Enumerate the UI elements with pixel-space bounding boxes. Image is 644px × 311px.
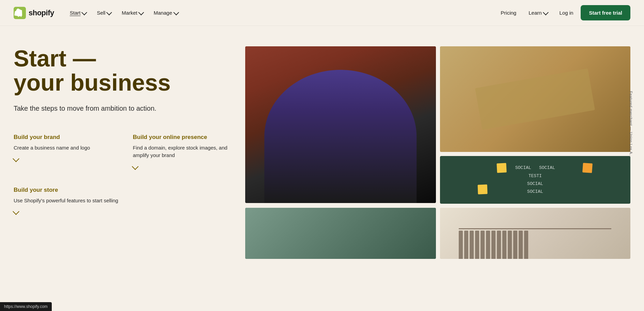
feature-presence-title[interactable]: Build your online presence <box>133 134 232 141</box>
nav-item-start[interactable]: Start <box>65 7 91 18</box>
chevron-down-icon <box>173 10 179 15</box>
hero-subtitle: Take the steps to move from ambition to … <box>14 103 170 113</box>
logo-text: shopify <box>29 9 54 17</box>
photo-desk-tools <box>440 46 631 152</box>
feature-col-presence: Build your online presence Find a domain… <box>133 134 232 170</box>
photo-man-figure <box>264 70 417 203</box>
build-store-desc: Use Shopify's powerful features to start… <box>14 197 232 205</box>
chalk-text: SOCIAL SOCIAL TESTI SOCIAL SOCIAL <box>513 161 558 199</box>
feature-presence-desc: Find a domain, explore stock images, and… <box>133 144 232 159</box>
photo-desk-item <box>475 68 595 130</box>
chalk-sticky-note-3 <box>478 185 488 195</box>
svg-point-2 <box>21 16 22 17</box>
feature-brand-chevron[interactable] <box>13 155 19 162</box>
chevron-down-icon <box>106 10 112 15</box>
feature-presence-chevron[interactable] <box>132 163 139 170</box>
photo-grid: SOCIAL SOCIAL TESTI SOCIAL SOCIAL <box>245 46 630 311</box>
featured-merchant-label: Featured merchant — Union Los A... <box>629 91 633 158</box>
feature-col-brand: Build your brand Create a business name … <box>14 134 112 170</box>
feature-brand-desc: Create a business name and logo <box>14 144 112 152</box>
left-panel: Start — your business Take the steps to … <box>14 46 245 311</box>
chevron-down-icon <box>81 10 87 15</box>
main-content: Start — your business Take the steps to … <box>0 26 644 311</box>
build-store-chevron[interactable] <box>13 208 19 215</box>
chevron-down-icon <box>138 10 144 15</box>
chalk-sticky-note-1 <box>497 163 507 173</box>
chevron-down-icon <box>543 10 549 15</box>
nav-item-manage[interactable]: Manage <box>149 7 182 18</box>
nav-item-market[interactable]: Market <box>117 7 147 18</box>
build-store-section: Build your store Use Shopify's powerful … <box>14 187 232 216</box>
nav-right-items: Pricing Learn Log in Start free trial <box>496 5 630 20</box>
nav-pricing-link[interactable]: Pricing <box>496 7 521 18</box>
photo-clothing-store <box>440 208 631 259</box>
store-clothing-rack <box>459 228 611 259</box>
feature-brand-title[interactable]: Build your brand <box>14 134 112 141</box>
shopify-bag-icon <box>14 7 26 19</box>
start-free-trial-button[interactable]: Start free trial <box>581 5 630 20</box>
nav-login-link[interactable]: Log in <box>555 7 578 18</box>
chalk-sticky-note-2 <box>582 163 593 173</box>
feature-sections: Build your brand Create a business name … <box>14 134 232 170</box>
nav-learn-link[interactable]: Learn <box>524 7 552 18</box>
svg-point-1 <box>18 16 19 17</box>
status-bar: https://www.shopify.com <box>0 302 52 311</box>
nav-item-sell[interactable]: Sell <box>92 7 115 18</box>
photo-man-stairs <box>245 46 436 203</box>
hero-title: Start — your business <box>14 46 232 95</box>
shopify-logo[interactable]: shopify <box>14 7 54 19</box>
photo-person-writing <box>245 208 436 259</box>
build-store-title[interactable]: Build your store <box>14 187 232 193</box>
photo-chalkboard: SOCIAL SOCIAL TESTI SOCIAL SOCIAL <box>440 156 631 204</box>
nav-left-items: Start Sell Market Manage <box>65 7 496 18</box>
navbar: shopify Start Sell Market Manage Pricing… <box>0 0 644 26</box>
